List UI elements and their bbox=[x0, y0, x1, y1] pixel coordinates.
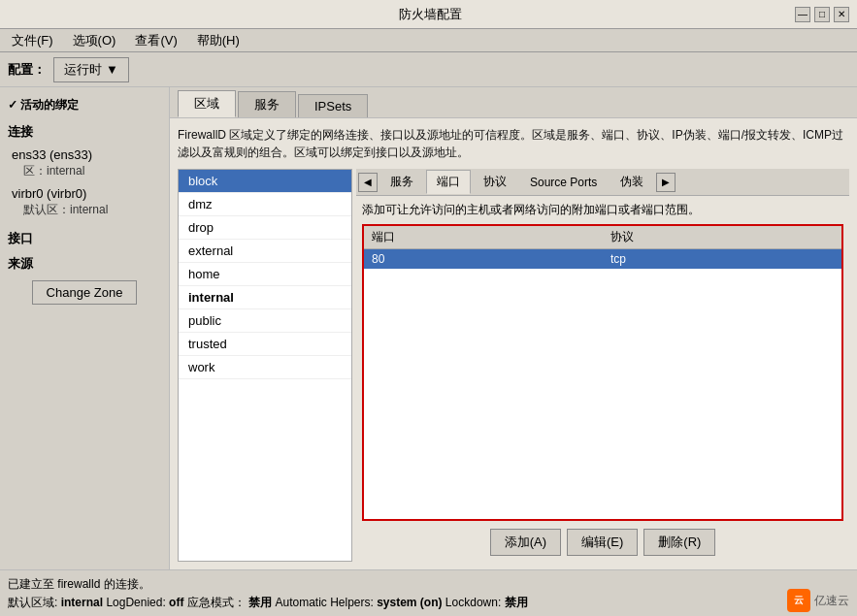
protocol-col-header: 协议 bbox=[603, 226, 841, 249]
port-col-header: 端口 bbox=[364, 226, 603, 249]
default-zone-label: 默认区域: bbox=[8, 596, 57, 609]
minimize-button[interactable]: — bbox=[795, 7, 810, 22]
close-button[interactable]: ✕ bbox=[834, 7, 849, 22]
port-value: 80 bbox=[364, 249, 603, 270]
auto-helpers-value: system (on) bbox=[377, 596, 445, 609]
zone-block[interactable]: block bbox=[179, 170, 351, 193]
port-table-wrapper: 端口 协议 80 tcp bbox=[362, 224, 843, 521]
lockdown-label: Lockdown: bbox=[445, 596, 501, 609]
delete-button[interactable]: 删除(R) bbox=[643, 529, 715, 556]
port-content: 添加可让允许访问的主机或者网络访问的附加端口或者端口范围。 端口 协议 bbox=[356, 196, 849, 562]
watermark: 云 亿速云 bbox=[787, 589, 849, 612]
subtab-protocol[interactable]: 协议 bbox=[473, 170, 517, 194]
sidebar-ens33[interactable]: ens33 (ens33) 区：internal bbox=[4, 145, 165, 183]
zone-internal[interactable]: internal bbox=[179, 286, 351, 309]
watermark-text: 亿速云 bbox=[814, 593, 849, 609]
subtab-source-ports[interactable]: Source Ports bbox=[519, 172, 608, 193]
config-label: 配置： bbox=[8, 61, 46, 79]
menu-bar: 文件(F) 选项(O) 查看(V) 帮助(H) bbox=[0, 29, 857, 52]
source-title: 来源 bbox=[4, 255, 165, 273]
default-zone-value: internal bbox=[61, 596, 107, 609]
change-zone-container: Change Zone bbox=[4, 280, 165, 305]
zone-dmz[interactable]: dmz bbox=[179, 193, 351, 216]
virbr0-label: virbr0 (virbr0) bbox=[12, 186, 157, 201]
toolbar: 配置： 运行时 ▼ bbox=[0, 52, 857, 87]
port-table: 端口 协议 80 tcp bbox=[364, 226, 841, 269]
tab-service[interactable]: 服务 bbox=[238, 91, 296, 117]
split-layout: block dmz drop external home internal pu… bbox=[178, 169, 849, 562]
subtab-service[interactable]: 服务 bbox=[379, 170, 424, 194]
add-button[interactable]: 添加(A) bbox=[490, 529, 561, 556]
watermark-icon-text: 云 bbox=[794, 594, 804, 607]
ens33-sub: 区：internal bbox=[12, 162, 157, 180]
runtime-dropdown[interactable]: 运行时 ▼ bbox=[53, 57, 129, 82]
zone-drop[interactable]: drop bbox=[179, 216, 351, 240]
subtab-right-arrow[interactable]: ▶ bbox=[656, 173, 676, 192]
subtab-left-arrow[interactable]: ◀ bbox=[358, 173, 378, 192]
action-buttons: 添加(A) 编辑(E) 删除(R) bbox=[362, 529, 843, 556]
sub-tabs-row: ◀ 服务 端口 协议 Source Ports 伪装 ▶ bbox=[356, 169, 849, 196]
subtab-masquerade[interactable]: 伪装 bbox=[610, 170, 654, 194]
menu-options[interactable]: 选项(O) bbox=[65, 30, 124, 51]
status-line1: 已建立至 firewalld 的连接。 bbox=[8, 576, 849, 593]
log-denied-value: off bbox=[169, 596, 187, 609]
emergency-value: 禁用 bbox=[248, 596, 272, 609]
auto-helpers-label: Automatic Helpers: bbox=[275, 596, 373, 609]
status-bar: 已建立至 firewalld 的连接。 默认区域: internal LogDe… bbox=[0, 569, 857, 616]
zone-details: ◀ 服务 端口 协议 Source Ports 伪装 ▶ 添加可让允许访问的主机… bbox=[356, 169, 849, 562]
port-table-header-row: 端口 协议 bbox=[364, 226, 841, 249]
tabs-row: 区域 服务 IPSets bbox=[170, 87, 857, 118]
window-controls: — □ ✕ bbox=[795, 7, 849, 22]
title-bar: 防火墙配置 — □ ✕ bbox=[0, 0, 857, 29]
emergency-label: 应急模式： bbox=[187, 596, 246, 609]
runtime-label: 运行时 bbox=[64, 61, 102, 79]
connections-title: 连接 bbox=[4, 123, 165, 141]
active-binding-label: ✓ 活动的绑定 bbox=[4, 95, 165, 115]
port-description: 添加可让允许访问的主机或者网络访问的附加端口或者端口范围。 bbox=[362, 202, 843, 218]
ens33-label: ens33 (ens33) bbox=[12, 147, 157, 162]
main-content-panel: FirewallD 区域定义了绑定的网络连接、接口以及源地址的可信程度。区域是服… bbox=[170, 118, 857, 569]
maximize-button[interactable]: □ bbox=[814, 7, 830, 22]
zone-external[interactable]: external bbox=[179, 240, 351, 263]
subtab-port[interactable]: 端口 bbox=[426, 170, 471, 194]
zone-home[interactable]: home bbox=[179, 263, 351, 286]
menu-view[interactable]: 查看(V) bbox=[127, 30, 184, 51]
sidebar-interface-section: 接口 bbox=[4, 230, 165, 247]
tab-ipsets[interactable]: IPSets bbox=[298, 94, 368, 117]
edit-button[interactable]: 编辑(E) bbox=[567, 529, 638, 556]
sidebar: ✓ 活动的绑定 连接 ens33 (ens33) 区：internal virb… bbox=[0, 87, 170, 569]
table-row[interactable]: 80 tcp bbox=[364, 249, 841, 270]
sidebar-virbr0[interactable]: virbr0 (virbr0) 默认区：internal bbox=[4, 183, 165, 222]
menu-help[interactable]: 帮助(H) bbox=[189, 30, 247, 51]
lockdown-value: 禁用 bbox=[505, 596, 528, 609]
zone-description: FirewallD 区域定义了绑定的网络连接、接口以及源地址的可信程度。区域是服… bbox=[178, 126, 849, 161]
watermark-icon: 云 bbox=[787, 589, 810, 612]
sidebar-connections-section: 连接 ens33 (ens33) 区：internal virbr0 (virb… bbox=[4, 123, 165, 222]
interface-title: 接口 bbox=[4, 230, 165, 247]
menu-file[interactable]: 文件(F) bbox=[4, 30, 61, 51]
zone-list: block dmz drop external home internal pu… bbox=[178, 169, 352, 562]
log-denied-label: LogDenied: bbox=[106, 596, 165, 609]
content-area: 区域 服务 IPSets FirewallD 区域定义了绑定的网络连接、接口以及… bbox=[170, 87, 857, 569]
change-zone-button[interactable]: Change Zone bbox=[32, 280, 138, 305]
status-line2: 默认区域: internal LogDenied: off 应急模式： 禁用 A… bbox=[8, 595, 849, 611]
zone-work[interactable]: work bbox=[179, 356, 351, 379]
window-title: 防火墙配置 bbox=[66, 6, 795, 23]
dropdown-arrow: ▼ bbox=[106, 62, 118, 77]
sidebar-source-section: 来源 bbox=[4, 255, 165, 273]
zone-public[interactable]: public bbox=[179, 309, 351, 333]
virbr0-sub: 默认区：internal bbox=[12, 201, 157, 219]
protocol-value: tcp bbox=[603, 249, 841, 270]
zone-trusted[interactable]: trusted bbox=[179, 333, 351, 356]
tab-zone[interactable]: 区域 bbox=[178, 90, 236, 117]
